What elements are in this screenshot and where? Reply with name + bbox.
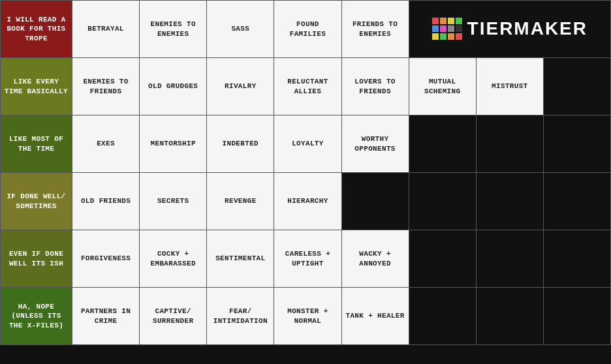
cell-empty-2-6: [476, 115, 543, 173]
cell-empty-5-6: [476, 288, 543, 345]
cell-0-3: Found Families: [274, 1, 341, 58]
cell-3-1: Secrets: [140, 173, 207, 230]
cell-4-1: Cocky + Embarassed: [140, 230, 207, 288]
filler-3: [543, 173, 610, 230]
cell-5-2: Fear/ Intimidation: [207, 288, 274, 345]
cell-empty-3-5: [409, 173, 476, 230]
cell-3-3: Hierarchy: [274, 173, 341, 230]
cell-1-6: Mistrust: [476, 58, 543, 115]
cell-3-0: Old Friends: [72, 173, 140, 230]
brand-name: TiERMAKER: [467, 17, 588, 40]
cell-5-4: Tank + Healer: [341, 288, 409, 345]
cell-4-0: Forgiveness: [72, 230, 140, 288]
cell-1-5: Mutual Scheming: [409, 58, 476, 115]
tier-label-2: like most of the time: [1, 115, 72, 173]
cell-5-1: Captive/ Surrender: [140, 288, 207, 345]
cell-0-1: Enemies to Enemies: [140, 1, 207, 58]
filler-2: [543, 115, 610, 173]
cell-4-3: Careless + Uptight: [274, 230, 341, 288]
cell-5-0: Partners in Crime: [72, 288, 140, 345]
cell-4-4: Wacky + Annoyed: [341, 230, 409, 288]
tier-list-table: i will read a book for this tropeBetraya…: [0, 0, 611, 345]
filler-1: [543, 58, 610, 115]
cell-1-1: Old Grudges: [140, 58, 207, 115]
cell-5-3: Monster + Normal: [274, 288, 341, 345]
cell-empty-2-5: [409, 115, 476, 173]
logo-tiles: [432, 18, 462, 40]
logo-cell: TiERMAKER: [409, 1, 610, 58]
tier-label-0: i will read a book for this trope: [1, 1, 72, 58]
cell-0-2: Sass: [207, 1, 274, 58]
filler-5: [543, 288, 610, 345]
cell-empty-3-4: [341, 173, 409, 230]
tier-label-3: if done well/ sometimes: [1, 173, 72, 230]
cell-empty-3-6: [476, 173, 543, 230]
cell-2-1: Mentorship: [140, 115, 207, 173]
tier-label-4: even if done well its ish: [1, 230, 72, 288]
tier-label-5: ha, nope (unless its the x-files): [1, 288, 72, 345]
cell-1-4: Lovers to Friends: [341, 58, 409, 115]
cell-0-0: Betrayal: [72, 1, 140, 58]
cell-empty-5-5: [409, 288, 476, 345]
cell-3-2: Revenge: [207, 173, 274, 230]
cell-1-2: Rivalry: [207, 58, 274, 115]
cell-2-2: Indebted: [207, 115, 274, 173]
filler-4: [543, 230, 610, 288]
tier-label-1: like every time basically: [1, 58, 72, 115]
cell-2-3: Loyalty: [274, 115, 341, 173]
cell-2-4: Worthy Opponents: [341, 115, 409, 173]
cell-1-0: Enemies to Friends: [72, 58, 140, 115]
cell-1-3: Reluctant Allies: [274, 58, 341, 115]
cell-empty-4-5: [409, 230, 476, 288]
cell-4-2: Sentimental: [207, 230, 274, 288]
cell-2-0: Exes: [72, 115, 140, 173]
cell-0-4: Friends to Enemies: [341, 1, 409, 58]
cell-empty-4-6: [476, 230, 543, 288]
